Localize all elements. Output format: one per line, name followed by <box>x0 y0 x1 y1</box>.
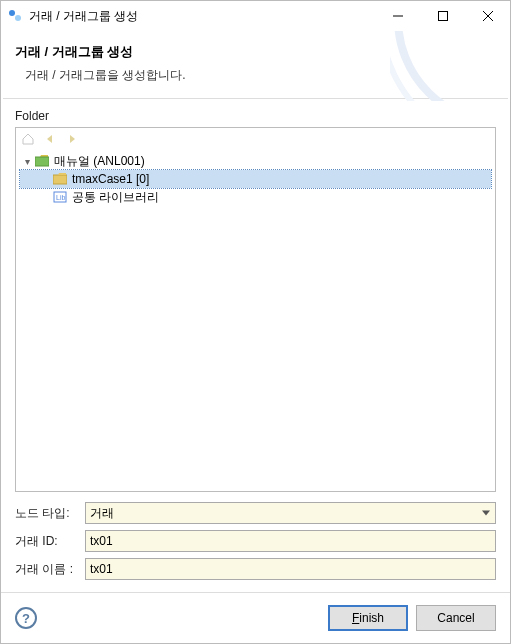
node-type-row: 노드 타입: 거래 <box>15 502 496 524</box>
header-description: 거래 / 거래그룹을 생성합니다. <box>25 67 496 84</box>
folder-label: Folder <box>15 109 496 123</box>
finish-button[interactable]: Finish <box>328 605 408 631</box>
svg-rect-3 <box>438 12 447 21</box>
cancel-label: Cancel <box>437 611 474 625</box>
folder-tree-panel: ▾ 매뉴얼 (ANL001) tmaxCase1 [0] Lib 공통 라이브러… <box>15 127 496 492</box>
tx-id-label: 거래 ID: <box>15 533 85 550</box>
tree-body[interactable]: ▾ 매뉴얼 (ANL001) tmaxCase1 [0] Lib 공통 라이브러… <box>16 150 495 491</box>
home-icon[interactable] <box>20 131 36 147</box>
tree-toolbar <box>16 128 495 150</box>
app-icon <box>7 8 23 24</box>
svg-point-1 <box>15 15 21 21</box>
project-folder-icon <box>34 153 50 169</box>
help-button[interactable]: ? <box>15 607 37 629</box>
finish-rest: inish <box>359 611 384 625</box>
tx-name-label: 거래 이름 : <box>15 561 85 578</box>
tree-node-case[interactable]: tmaxCase1 [0] <box>20 170 491 188</box>
svg-rect-6 <box>35 157 49 166</box>
header-title: 거래 / 거래그룹 생성 <box>15 43 496 61</box>
svg-point-0 <box>9 10 15 16</box>
cancel-button[interactable]: Cancel <box>416 605 496 631</box>
maximize-button[interactable] <box>420 1 465 31</box>
expand-toggle-icon[interactable]: ▾ <box>20 156 34 167</box>
dialog-footer: ? Finish Cancel <box>1 592 510 643</box>
form-area: 노드 타입: 거래 거래 ID: 거래 이름 : <box>15 502 496 586</box>
content-area: Folder ▾ 매뉴얼 (ANL001) <box>1 99 510 592</box>
case-folder-icon <box>52 171 68 187</box>
help-icon: ? <box>22 611 30 626</box>
window-buttons <box>375 1 510 31</box>
node-type-select[interactable]: 거래 <box>85 502 496 524</box>
tree-root-node[interactable]: ▾ 매뉴얼 (ANL001) <box>20 152 491 170</box>
window-title: 거래 / 거래그룹 생성 <box>29 8 375 25</box>
tx-id-field <box>85 530 496 552</box>
node-type-field: 거래 <box>85 502 496 524</box>
svg-text:Lib: Lib <box>56 194 65 201</box>
titlebar: 거래 / 거래그룹 생성 <box>1 1 510 31</box>
tx-id-row: 거래 ID: <box>15 530 496 552</box>
tx-name-input[interactable] <box>85 558 496 580</box>
tx-name-field <box>85 558 496 580</box>
minimize-button[interactable] <box>375 1 420 31</box>
tx-name-row: 거래 이름 : <box>15 558 496 580</box>
svg-rect-7 <box>53 175 67 184</box>
forward-icon[interactable] <box>64 131 80 147</box>
tx-id-input[interactable] <box>85 530 496 552</box>
tree-root-label: 매뉴얼 (ANL001) <box>54 153 145 170</box>
back-icon[interactable] <box>42 131 58 147</box>
tree-case-label: tmaxCase1 [0] <box>72 172 149 186</box>
tree-node-library[interactable]: Lib 공통 라이브러리 <box>20 188 491 206</box>
node-type-label: 노드 타입: <box>15 505 85 522</box>
header-decoration <box>390 31 510 101</box>
library-icon: Lib <box>52 189 68 205</box>
close-button[interactable] <box>465 1 510 31</box>
dialog-header: 거래 / 거래그룹 생성 거래 / 거래그룹을 생성합니다. <box>1 31 510 98</box>
tree-library-label: 공통 라이브러리 <box>72 189 159 206</box>
